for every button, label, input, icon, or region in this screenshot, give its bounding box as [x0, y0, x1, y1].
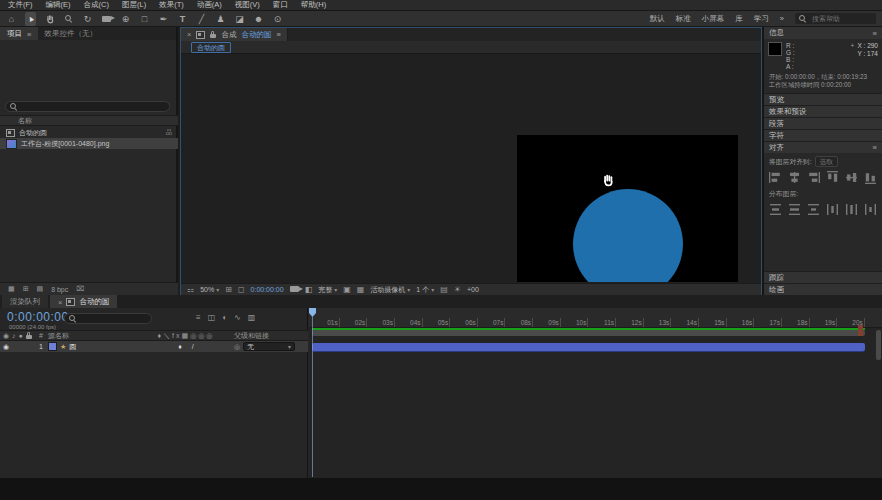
video-column-icon[interactable]: ◉ [3, 332, 9, 340]
workspace-overflow-icon[interactable]: » [780, 14, 784, 23]
transparency-grid-icon[interactable]: ▦ [357, 285, 365, 294]
eraser-tool-icon[interactable]: ◪ [234, 12, 245, 26]
pickwhip-icon[interactable]: ◎ [234, 343, 240, 351]
breadcrumb[interactable]: 合动的圆 [191, 42, 231, 53]
motion-blur-icon[interactable]: ◐ [222, 313, 227, 322]
brush-tool-icon[interactable]: ╱ [196, 12, 207, 26]
menu-item[interactable]: 编辑(E) [46, 0, 71, 10]
pan-behind-tool-icon[interactable]: ⊕ [120, 12, 131, 26]
parent-link-column-header[interactable]: 父级和链接 [232, 331, 308, 341]
tab-timeline-comp[interactable]: × 合动的圆 [50, 295, 117, 308]
layer-color-chip[interactable] [48, 342, 57, 351]
panel-menu-icon[interactable]: ≡ [873, 29, 877, 38]
hand-tool-icon[interactable] [44, 12, 55, 26]
camera-tool-icon[interactable] [101, 12, 112, 26]
panel-menu-icon[interactable]: ≡ [276, 30, 280, 39]
menu-item[interactable]: 帮助(H) [301, 0, 326, 10]
distribute-vertical-center-icon[interactable] [788, 203, 802, 215]
project-search[interactable] [5, 101, 170, 112]
layer-visibility-icon[interactable]: ◉ [3, 343, 9, 351]
orbit-tool-icon[interactable]: ↻ [82, 12, 93, 26]
mask-visibility-icon[interactable]: ◻ [238, 285, 245, 294]
tracker-panel-header[interactable]: 跟踪 [764, 271, 882, 283]
shy-layers-icon[interactable]: ≡ [196, 313, 201, 322]
workspace-item[interactable]: 库 [735, 14, 743, 24]
timeline-scrollbar[interactable] [876, 330, 881, 360]
workspace-item[interactable]: 小屏幕 [702, 14, 725, 24]
resolution-select[interactable]: 完整▾ [318, 285, 337, 295]
menu-item[interactable]: 视图(V) [235, 0, 260, 10]
parent-select[interactable]: 无 ▾ [243, 342, 295, 351]
composition-viewport[interactable] [517, 135, 738, 282]
align-bottom-icon[interactable] [863, 171, 877, 183]
channels-icon[interactable]: ◧ [305, 285, 313, 294]
usage-icon[interactable]: 品 [166, 128, 172, 137]
time-ruler[interactable]: 01s02s03s04s05s06s07s08s09s10s11s12s13s1… [309, 308, 882, 328]
project-item-composition[interactable]: 合动的圆 品 [0, 127, 178, 138]
paragraph-panel-header[interactable]: 段落 [764, 117, 882, 129]
distribute-bottom-icon[interactable] [807, 203, 821, 215]
align-panel-header[interactable]: 对齐 ≡ [764, 141, 882, 153]
lock-icon[interactable] [210, 34, 216, 38]
align-right-icon[interactable] [807, 171, 821, 183]
effects-presets-panel-header[interactable]: 效果和预设 [764, 105, 882, 117]
audio-column-icon[interactable]: ♪ [12, 332, 16, 339]
mask-tool-icon[interactable]: □ [139, 12, 150, 26]
circle-layer[interactable] [573, 189, 683, 282]
roto-brush-tool-icon[interactable]: ☻ [253, 12, 264, 26]
region-of-interest-icon[interactable]: ▣ [343, 285, 351, 294]
graph-editor-icon[interactable]: ∿ [234, 313, 241, 322]
help-search[interactable] [795, 13, 876, 24]
workspace-item[interactable]: 默认 [650, 14, 665, 24]
align-to-select[interactable]: 选取 [815, 156, 839, 167]
layer-name[interactable]: 圆 [69, 342, 76, 352]
tab-effect-controls[interactable]: 效果控件（无） [38, 27, 103, 40]
camera-select[interactable]: 活动摄像机▾ [370, 285, 410, 295]
home-icon[interactable]: ⌂ [6, 12, 17, 26]
menu-item[interactable]: 图层(L) [122, 0, 146, 10]
distribute-horizontal-center-icon[interactable] [844, 203, 858, 215]
work-area-bar[interactable] [312, 330, 865, 336]
timeline-search-input[interactable] [77, 314, 145, 323]
delete-icon[interactable]: ⌧ [76, 285, 84, 293]
frame-blending-icon[interactable]: ◫ [208, 313, 216, 322]
help-search-input[interactable] [810, 14, 872, 23]
switches-column-header[interactable]: ♦＼fx▦◎◎◎ [140, 331, 232, 341]
current-time-display[interactable]: 0:00:00:00 [7, 310, 69, 324]
distribute-left-icon[interactable] [825, 203, 839, 215]
exposure-value[interactable]: +00 [467, 286, 479, 293]
snapshot-icon[interactable] [290, 286, 299, 293]
source-name-column-header[interactable]: 源名称 [48, 331, 140, 341]
selection-tool-icon[interactable]: ▲ [25, 12, 36, 26]
close-icon[interactable]: × [58, 298, 62, 307]
clone-stamp-tool-icon[interactable]: ♟ [215, 12, 226, 26]
view-layout-select[interactable]: 1 个▾ [416, 285, 434, 295]
text-tool-icon[interactable]: T [177, 12, 188, 26]
project-search-input[interactable] [18, 102, 152, 111]
timeline-marker[interactable] [858, 325, 863, 336]
layer-duration-bar[interactable] [312, 343, 865, 351]
tab-composition[interactable]: × 合成 合动的圆 ≡ [181, 28, 288, 41]
panel-menu-icon[interactable]: ≡ [27, 30, 31, 39]
align-left-icon[interactable] [769, 171, 783, 183]
interpret-footage-icon[interactable]: ▦ [8, 285, 15, 293]
color-depth-label[interactable]: 8 bpc [51, 286, 68, 293]
layer-fx-switch[interactable]: / [192, 343, 194, 350]
tab-project[interactable]: 项目 ≡ [0, 27, 38, 40]
panel-menu-icon[interactable]: ≡ [873, 143, 877, 152]
info-panel-header[interactable]: 信息 ≡ [764, 27, 882, 39]
tab-render-queue[interactable]: 渲染队列 [2, 295, 48, 308]
align-center-vertical-icon[interactable] [844, 171, 858, 183]
layer-quality-switch[interactable]: ♦ [178, 343, 182, 350]
menu-item[interactable]: 文件(F) [8, 0, 33, 10]
exposure-icon[interactable]: ☀ [454, 285, 461, 294]
character-panel-header[interactable]: 字符 [764, 129, 882, 141]
zoom-tool-icon[interactable] [63, 12, 74, 26]
puppet-tool-icon[interactable]: ⊙ [272, 12, 283, 26]
workspace-item[interactable]: 标准 [676, 14, 691, 24]
align-center-horizontal-icon[interactable] [788, 171, 802, 183]
close-icon[interactable]: × [187, 30, 191, 39]
pen-tool-icon[interactable]: ✒ [158, 12, 169, 26]
zoom-select[interactable]: 50%▾ [200, 286, 219, 293]
timeline-search[interactable] [64, 313, 152, 324]
